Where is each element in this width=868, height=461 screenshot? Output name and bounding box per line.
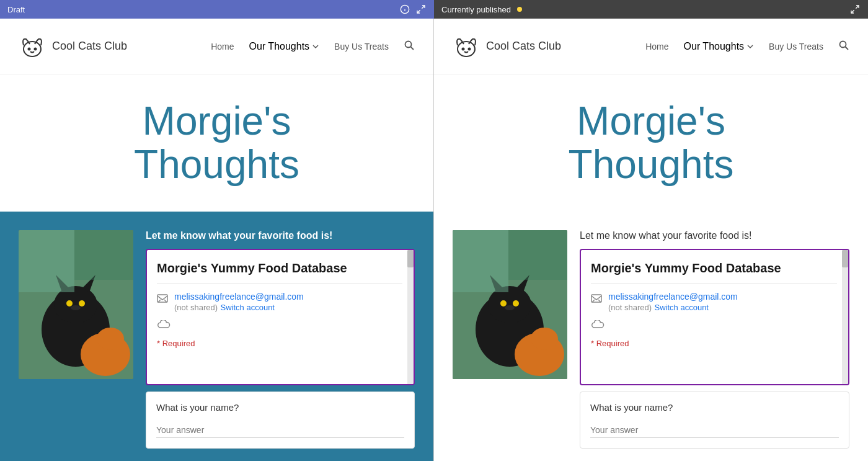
svg-point-17	[66, 300, 73, 307]
panels-container: Cool Cats Club Home Our Thoughts Buy Us …	[0, 19, 868, 461]
left-site-title: Cool Cats Club	[52, 40, 127, 53]
right-site-logo: Cool Cats Club	[453, 33, 561, 60]
svg-line-3	[422, 6, 425, 9]
right-question: What is your name?	[590, 402, 839, 413]
right-site-title: Cool Cats Club	[486, 40, 561, 53]
left-email-address: melissakingfreelance@gmail.com	[174, 292, 304, 302]
left-question: What is your name?	[156, 402, 404, 413]
top-bars-container: Draft Currently published	[0, 0, 868, 19]
svg-line-6	[851, 10, 854, 13]
left-answer-input[interactable]	[156, 423, 404, 438]
svg-point-21	[97, 328, 124, 350]
svg-point-39	[505, 305, 515, 310]
left-form-scroll[interactable]: Morgie's Yummy Food Database melissaking…	[146, 249, 415, 385]
left-cloud-row	[157, 320, 402, 333]
svg-point-38	[513, 300, 519, 307]
right-form-label: Let me know what your favorite food is!	[580, 230, 849, 241]
right-nav-buy-treats[interactable]: Buy Us Treats	[769, 42, 823, 51]
draft-topbar-left: Draft	[7, 5, 25, 14]
svg-point-37	[500, 300, 507, 307]
svg-point-8	[29, 48, 30, 50]
svg-point-19	[71, 305, 81, 310]
right-form-scroll[interactable]: Morgie's Yummy Food Database melissaking…	[580, 249, 849, 385]
dropdown-chevron-left	[312, 43, 319, 50]
published-topbar-left: Currently published	[441, 5, 522, 14]
svg-point-30	[840, 41, 846, 47]
svg-rect-23	[74, 230, 133, 280]
right-name-card: What is your name?	[580, 392, 849, 449]
left-cat-image	[19, 230, 133, 379]
left-cat-photo	[19, 230, 133, 379]
svg-point-7	[24, 42, 41, 56]
right-required: * Required	[591, 339, 837, 348]
left-scrollbar-thumb	[407, 250, 414, 267]
expand-icon-right[interactable]	[849, 4, 861, 15]
right-switch-account[interactable]: Switch account	[655, 303, 709, 312]
right-email-row: melissakingfreelance@gmail.com (not shar…	[591, 292, 837, 313]
svg-line-4	[417, 10, 420, 13]
left-nav-our-thoughts[interactable]: Our Thoughts	[249, 41, 320, 52]
cat-logo-icon-right	[453, 33, 480, 60]
left-required: * Required	[157, 339, 402, 348]
svg-point-9	[35, 48, 37, 50]
published-topbar: Currently published	[434, 0, 868, 19]
draft-topbar: Draft	[0, 0, 434, 19]
left-form-divider	[157, 284, 402, 284]
cat-logo-icon-left	[19, 33, 46, 60]
left-form-label: Let me know what your favorite food is!	[146, 230, 415, 241]
svg-point-41	[531, 328, 558, 350]
published-dot	[517, 7, 522, 12]
published-status-label: Currently published	[441, 5, 511, 14]
right-form-area: Let me know what your favorite food is! …	[580, 230, 849, 449]
info-icon[interactable]	[399, 4, 410, 15]
left-nav-buy-treats[interactable]: Buy Us Treats	[334, 42, 389, 51]
right-email-address: melissakingfreelance@gmail.com	[608, 292, 738, 302]
dropdown-chevron-right	[746, 43, 754, 50]
right-cloud-icon	[591, 320, 604, 333]
svg-line-31	[846, 47, 849, 50]
right-email-icon	[591, 293, 602, 307]
svg-rect-42	[453, 230, 508, 292]
left-search-icon[interactable]	[404, 40, 415, 53]
left-hero: Morgie's Thoughts	[0, 74, 433, 212]
right-answer-input[interactable]	[590, 423, 839, 438]
right-site-nav: Home Our Thoughts Buy Us Treats	[645, 40, 849, 53]
left-form-title: Morgie's Yummy Food Database	[157, 260, 402, 276]
right-nav-home[interactable]: Home	[645, 42, 668, 51]
published-topbar-right	[849, 4, 861, 15]
right-scrollbar-thumb	[842, 250, 848, 267]
right-nav-our-thoughts[interactable]: Our Thoughts	[684, 41, 755, 52]
left-site-header: Cool Cats Club Home Our Thoughts Buy Us …	[0, 19, 433, 74]
svg-point-29	[469, 48, 471, 50]
left-switch-account[interactable]: Switch account	[221, 303, 275, 312]
draft-status-label: Draft	[7, 5, 25, 14]
left-cloud-icon	[157, 320, 170, 333]
left-site-nav: Home Our Thoughts Buy Us Treats	[211, 40, 415, 53]
right-hero-title: Morgie's Thoughts	[434, 99, 868, 187]
right-form-title: Morgie's Yummy Food Database	[591, 260, 837, 276]
right-scrollbar[interactable]	[842, 250, 848, 384]
left-nav-home[interactable]: Home	[211, 42, 234, 51]
left-form-inner: Morgie's Yummy Food Database melissaking…	[147, 250, 414, 358]
expand-icon-left[interactable]	[415, 4, 427, 15]
left-email-row: melissakingfreelance@gmail.com (not shar…	[157, 292, 402, 313]
right-email-details: melissakingfreelance@gmail.com (not shar…	[608, 292, 738, 313]
svg-rect-43	[508, 230, 567, 280]
svg-point-10	[405, 41, 412, 47]
left-site-logo: Cool Cats Club	[19, 33, 127, 60]
right-form-inner: Morgie's Yummy Food Database melissaking…	[581, 250, 848, 358]
svg-line-11	[411, 47, 414, 50]
left-email-details: melissakingfreelance@gmail.com (not shar…	[174, 292, 304, 313]
left-hero-title: Morgie's Thoughts	[0, 99, 433, 187]
left-email-sub: (not shared) Switch account	[174, 302, 304, 313]
left-scrollbar[interactable]	[407, 250, 414, 384]
right-hero: Morgie's Thoughts	[434, 74, 868, 212]
right-cat-image	[453, 230, 567, 379]
svg-rect-22	[19, 230, 74, 292]
right-content-section: Let me know what your favorite food is! …	[434, 212, 868, 461]
right-site-header: Cool Cats Club Home Our Thoughts Buy Us …	[434, 19, 868, 74]
left-content-section: Let me know what your favorite food is! …	[0, 212, 433, 461]
right-search-icon[interactable]	[838, 40, 849, 53]
svg-point-28	[463, 48, 464, 50]
svg-point-18	[79, 300, 85, 307]
